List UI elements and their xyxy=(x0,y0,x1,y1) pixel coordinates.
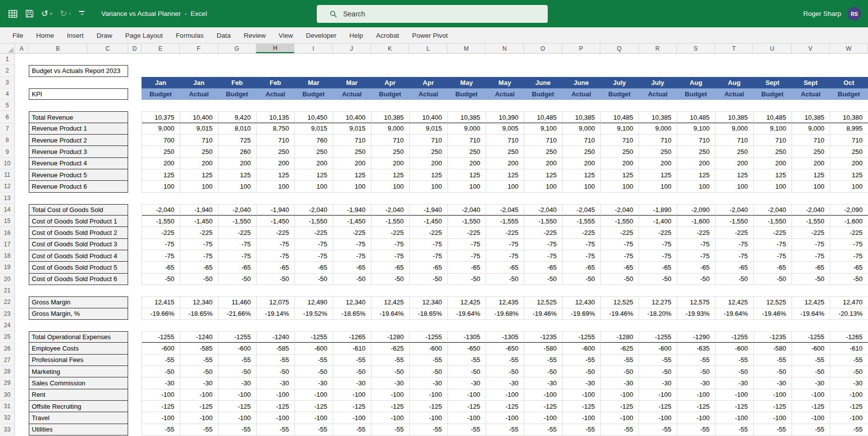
cell-S26[interactable]: -635 xyxy=(677,343,716,354)
cell-J19[interactable]: -65 xyxy=(333,262,371,273)
month-header-J[interactable]: Mar xyxy=(333,77,371,88)
row-number-7[interactable]: 7 xyxy=(0,123,15,135)
cell-W18[interactable]: -75 xyxy=(830,250,868,262)
cell-L22[interactable]: 12,340 xyxy=(410,296,448,308)
cell-T32[interactable]: -100 xyxy=(716,412,754,424)
cell-T18[interactable]: -75 xyxy=(716,250,754,262)
cell-J25[interactable]: -1265 xyxy=(333,331,371,343)
cell-W33[interactable]: -55 xyxy=(830,424,868,436)
month-header-I[interactable]: Mar xyxy=(294,77,333,88)
cell-G11[interactable]: 125 xyxy=(218,169,257,181)
month-header-K[interactable]: Apr xyxy=(371,77,409,88)
cell-J29[interactable]: -30 xyxy=(333,377,371,389)
cell-N22[interactable]: 12,435 xyxy=(486,296,524,308)
cell-K8[interactable]: 710 xyxy=(371,135,410,146)
cell-L18[interactable]: -75 xyxy=(410,250,448,262)
cell-F9[interactable]: 250 xyxy=(180,146,218,157)
cell-G20[interactable]: -50 xyxy=(218,274,257,285)
cell-L23[interactable]: -18.65% xyxy=(410,308,448,320)
cell-U32[interactable]: -100 xyxy=(754,412,792,424)
cell-R32[interactable]: -100 xyxy=(639,412,677,424)
cell-T22[interactable]: 12,425 xyxy=(716,296,754,308)
cell-L10[interactable]: 200 xyxy=(410,158,448,169)
cell-R6[interactable]: 10,385 xyxy=(639,111,677,123)
cell-V30[interactable]: -100 xyxy=(792,389,830,401)
cell-V33[interactable]: -55 xyxy=(792,424,830,436)
tab-draw[interactable]: Draw xyxy=(90,32,119,39)
subheader-K[interactable]: Budget xyxy=(371,88,409,100)
cell-I25[interactable]: -1255 xyxy=(295,331,333,343)
cell-G10[interactable]: 200 xyxy=(218,158,257,169)
cell-R10[interactable]: 200 xyxy=(639,158,677,169)
cell-F6[interactable]: 10,400 xyxy=(180,111,218,123)
cell-U7[interactable]: 9,100 xyxy=(754,123,792,135)
cell-I22[interactable]: 12,490 xyxy=(295,296,333,308)
cell-P26[interactable]: -600 xyxy=(563,343,601,354)
cell-J32[interactable]: -100 xyxy=(333,412,371,424)
cell-Q28[interactable]: -50 xyxy=(601,366,639,377)
cell-T33[interactable]: -55 xyxy=(716,424,754,436)
cell-E30[interactable]: -100 xyxy=(142,389,180,401)
cell-K17[interactable]: -75 xyxy=(371,239,410,250)
cell-O12[interactable]: 100 xyxy=(524,181,563,192)
cell-T9[interactable]: 250 xyxy=(716,146,754,157)
cell-G26[interactable]: -600 xyxy=(218,343,257,354)
cell-I19[interactable]: -65 xyxy=(295,262,333,273)
cell-S15[interactable]: -1,600 xyxy=(677,216,716,227)
row-number-14[interactable]: 14 xyxy=(0,204,15,216)
cell-J15[interactable]: -1,450 xyxy=(333,216,371,227)
cell-O18[interactable]: -75 xyxy=(524,250,563,262)
row-number-27[interactable]: 27 xyxy=(0,355,15,366)
month-header-L[interactable]: Apr xyxy=(409,77,447,88)
cell-L6[interactable]: 10,400 xyxy=(410,111,448,123)
tab-developer[interactable]: Developer xyxy=(299,32,343,39)
cell-F26[interactable]: -585 xyxy=(180,343,218,354)
cell-O15[interactable]: -1,550 xyxy=(524,216,563,227)
subheader-N[interactable]: Actual xyxy=(486,88,524,100)
row-number-20[interactable]: 20 xyxy=(0,274,15,285)
cell-G14[interactable]: -2,040 xyxy=(218,204,257,216)
row-number-26[interactable]: 26 xyxy=(0,343,15,354)
cell-P19[interactable]: -65 xyxy=(563,262,601,273)
column-header-K[interactable]: K xyxy=(371,44,409,53)
subheader-E[interactable]: Budget xyxy=(142,88,180,100)
cell-Q23[interactable]: -19.46% xyxy=(601,308,639,320)
subheader-I[interactable]: Budget xyxy=(294,88,333,100)
cell-V18[interactable]: -75 xyxy=(792,250,830,262)
row-number-12[interactable]: 12 xyxy=(0,181,15,192)
cell-R33[interactable]: -55 xyxy=(639,424,677,436)
cell-V10[interactable]: 200 xyxy=(792,158,830,169)
subheader-P[interactable]: Actual xyxy=(562,88,600,100)
cell-O19[interactable]: -65 xyxy=(524,262,563,273)
cell-G8[interactable]: 725 xyxy=(218,135,257,146)
cell-U20[interactable]: -50 xyxy=(754,274,792,285)
cell-V11[interactable]: 125 xyxy=(792,169,830,181)
cell-H26[interactable]: -585 xyxy=(257,343,295,354)
cell-H7[interactable]: 8,750 xyxy=(257,123,295,135)
row-number-31[interactable]: 31 xyxy=(0,401,15,412)
cell-Q6[interactable]: 10,485 xyxy=(601,111,639,123)
cell-V9[interactable]: 250 xyxy=(792,146,830,157)
cell-W30[interactable]: -100 xyxy=(830,389,868,401)
cell-J10[interactable]: 200 xyxy=(333,158,371,169)
cell-H31[interactable]: -125 xyxy=(257,401,295,412)
cell-K23[interactable]: -19.64% xyxy=(371,308,410,320)
cell-M31[interactable]: -125 xyxy=(448,401,486,412)
cell-L32[interactable]: -100 xyxy=(410,412,448,424)
tab-view[interactable]: View xyxy=(272,32,299,39)
cell-O9[interactable]: 250 xyxy=(524,146,563,157)
cell-M28[interactable]: -50 xyxy=(448,366,486,377)
cell-Q7[interactable]: 9,100 xyxy=(601,123,639,135)
cell-L16[interactable]: -225 xyxy=(410,227,448,238)
cell-L20[interactable]: -50 xyxy=(410,274,448,285)
cell-N6[interactable]: 10,390 xyxy=(486,111,524,123)
cell-K29[interactable]: -30 xyxy=(371,377,410,389)
cell-U15[interactable]: -1,550 xyxy=(754,216,792,227)
excel-app-icon[interactable] xyxy=(8,9,18,19)
row-label-18[interactable]: Cost of Goods Sold Product 4 xyxy=(29,250,128,262)
row-label-6[interactable]: Total Revenue xyxy=(29,111,128,123)
row-label-30[interactable]: Rent xyxy=(29,389,128,401)
cell-Q9[interactable]: 250 xyxy=(601,146,639,157)
cell-H28[interactable]: -50 xyxy=(257,366,295,377)
cell-R14[interactable]: -1,890 xyxy=(639,204,677,216)
